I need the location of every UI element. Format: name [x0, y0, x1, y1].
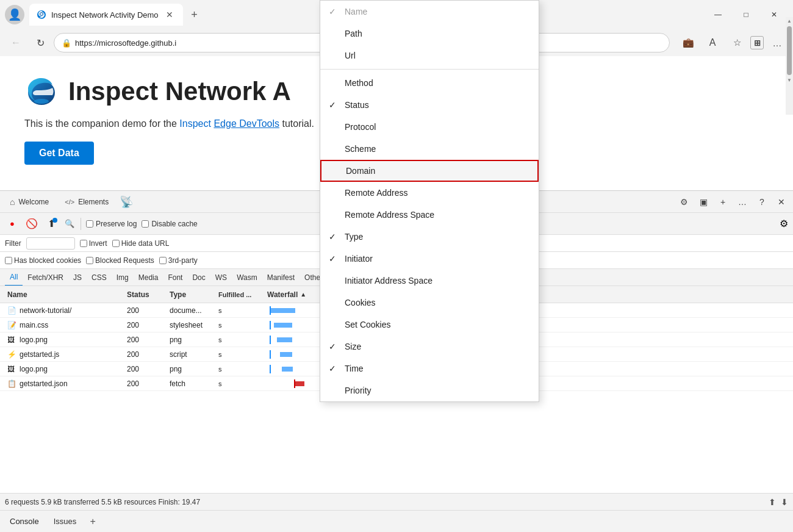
filter-input[interactable]: [26, 237, 75, 250]
tab-elements[interactable]: </> Elements: [57, 193, 116, 211]
network-settings[interactable]: ⚙: [780, 218, 788, 229]
col-header-status[interactable]: Status: [124, 290, 167, 299]
type-font[interactable]: Font: [163, 269, 187, 286]
console-tab[interactable]: Console: [5, 514, 44, 528]
type-wasm[interactable]: Wasm: [232, 269, 262, 286]
refresh-button[interactable]: ↻: [29, 32, 51, 54]
menu-item-size[interactable]: Size: [320, 336, 539, 358]
menu-item-path[interactable]: Path: [320, 23, 539, 45]
new-tab-button[interactable]: +: [185, 5, 204, 24]
briefcase-icon[interactable]: 💼: [677, 32, 699, 54]
devtools-new-tab-button[interactable]: +: [714, 193, 732, 211]
wf-marker-blue: [270, 336, 271, 344]
menu-item-url[interactable]: Url: [320, 45, 539, 66]
col-header-type[interactable]: Type: [167, 290, 216, 299]
active-tab[interactable]: Inspect Network Activity Demo ✕: [29, 4, 183, 26]
preserve-log-label: Preserve log: [96, 220, 137, 228]
export-icon[interactable]: ⬆: [769, 497, 776, 507]
devtools-settings-button[interactable]: ⚙: [675, 193, 693, 211]
menu-item-domain[interactable]: Domain: [320, 160, 539, 182]
close-button[interactable]: ✕: [760, 5, 788, 24]
get-data-button[interactable]: Get Data: [24, 142, 94, 165]
row-status: 200: [124, 336, 167, 344]
disable-cache-label: Disable cache: [151, 220, 197, 228]
inspect-link[interactable]: Inspect: [179, 118, 211, 129]
menu-item-name[interactable]: Name: [320, 1, 539, 23]
record-button[interactable]: ●: [5, 217, 20, 231]
more-icon[interactable]: …: [766, 32, 788, 54]
menu-item-priority[interactable]: Priority: [320, 379, 539, 401]
read-aloud-icon[interactable]: A: [702, 32, 723, 54]
menu-item-remote-address[interactable]: Remote Address: [320, 182, 539, 204]
devtools-help-button[interactable]: ?: [753, 193, 771, 211]
blocked-cookies-input[interactable]: [5, 257, 12, 264]
preserve-log-input[interactable]: [86, 220, 93, 228]
third-party-label: 3rd-party: [168, 256, 198, 265]
blocked-cookies-checkbox[interactable]: Has blocked cookies: [5, 256, 81, 265]
issues-tab[interactable]: Issues: [49, 514, 82, 528]
menu-item-method[interactable]: Method: [320, 72, 539, 94]
type-fetch-xhr[interactable]: Fetch/XHR: [23, 269, 68, 286]
third-party-input[interactable]: [159, 257, 167, 264]
menu-item-initiator-address-space[interactable]: Initiator Address Space: [320, 270, 539, 292]
col-header-fulfilled[interactable]: Fulfilled ...: [216, 291, 265, 298]
back-button[interactable]: ←: [5, 32, 27, 54]
third-party-checkbox[interactable]: 3rd-party: [159, 256, 198, 265]
edge-logo: [24, 74, 59, 109]
menu-item-protocol[interactable]: Protocol: [320, 116, 539, 138]
col-header-name[interactable]: Name: [2, 290, 124, 299]
menu-item-time[interactable]: Time: [320, 358, 539, 379]
disable-cache-checkbox[interactable]: Disable cache: [142, 220, 197, 228]
type-css[interactable]: CSS: [87, 269, 112, 286]
devtools-dock-button[interactable]: ▣: [694, 193, 712, 211]
menu-item-set-cookies[interactable]: Set Cookies: [320, 314, 539, 336]
type-ws[interactable]: WS: [210, 269, 232, 286]
type-manifest[interactable]: Manifest: [262, 269, 300, 286]
add-tab-button[interactable]: +: [86, 515, 99, 528]
invert-input[interactable]: [80, 240, 87, 247]
menu-item-initiator[interactable]: Initiator: [320, 248, 539, 270]
doc-icon: 📄: [7, 306, 17, 315]
menu-item-status[interactable]: Status: [320, 94, 539, 116]
row-fulfilled: s: [216, 336, 265, 343]
devtools-link[interactable]: Edge DevTools: [214, 118, 279, 129]
disable-cache-input[interactable]: [142, 220, 149, 228]
type-img[interactable]: Img: [112, 269, 134, 286]
tab-close-button[interactable]: ✕: [163, 9, 176, 21]
preserve-log-checkbox[interactable]: Preserve log: [86, 220, 137, 228]
minimize-button[interactable]: —: [704, 5, 732, 24]
context-menu[interactable]: Name Path Url Method Status Protocol Sch…: [320, 0, 539, 402]
menu-item-cookies[interactable]: Cookies: [320, 292, 539, 314]
devtools-more-button[interactable]: …: [733, 193, 752, 211]
type-all[interactable]: All: [5, 269, 23, 286]
menu-item-type[interactable]: Type: [320, 226, 539, 248]
menu-item-scheme[interactable]: Scheme: [320, 138, 539, 160]
devtools-close-button[interactable]: ✕: [772, 193, 791, 211]
menu-item-remote-address-space[interactable]: Remote Address Space: [320, 204, 539, 226]
type-js[interactable]: JS: [68, 269, 87, 286]
menu-item-name-label: Name: [345, 7, 367, 16]
invert-checkbox[interactable]: Invert: [80, 239, 107, 248]
network-status-bar: 6 requests 5.9 kB transferred 5.5 kB res…: [0, 493, 793, 510]
collections-icon[interactable]: ⊞: [750, 36, 764, 49]
tab-network[interactable]: 📡: [117, 193, 135, 211]
type-doc[interactable]: Doc: [187, 269, 210, 286]
tab-welcome[interactable]: ⌂ Welcome: [2, 193, 56, 211]
wf-bar-red: [295, 381, 304, 386]
favorites-icon[interactable]: ☆: [726, 32, 748, 54]
type-media[interactable]: Media: [134, 269, 163, 286]
search-button[interactable]: 🔍: [63, 218, 76, 230]
blocked-requests-checkbox[interactable]: Blocked Requests: [86, 256, 154, 265]
blocked-requests-input[interactable]: [86, 257, 93, 264]
filter-toggle-button[interactable]: ⬆: [44, 217, 59, 231]
profile-icon[interactable]: 👤: [5, 5, 24, 24]
clear-button[interactable]: 🚫: [24, 217, 39, 231]
import-icon[interactable]: ⬇: [781, 497, 788, 507]
toolbar-icons: 💼 A ☆ ⊞ …: [677, 32, 788, 54]
hide-data-url-checkbox[interactable]: Hide data URL: [112, 239, 170, 248]
row-status: 200: [124, 365, 167, 373]
hide-data-url-input[interactable]: [112, 240, 120, 247]
maximize-button[interactable]: □: [732, 5, 760, 24]
wf-marker-blue: [270, 350, 271, 359]
row-name-text: network-tutorial/: [20, 306, 71, 315]
